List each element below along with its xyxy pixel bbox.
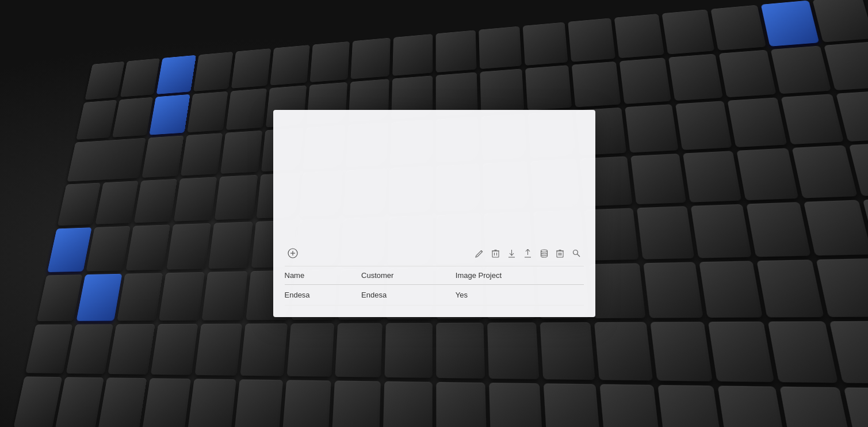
key	[522, 22, 568, 66]
key	[142, 135, 184, 178]
key	[181, 133, 223, 176]
key	[630, 154, 686, 204]
key	[816, 258, 868, 317]
key	[619, 58, 671, 104]
key	[589, 263, 645, 318]
key	[134, 179, 177, 223]
key	[480, 68, 524, 113]
key	[335, 323, 383, 377]
key	[220, 131, 262, 174]
key	[804, 200, 868, 256]
key	[708, 322, 774, 382]
key	[208, 222, 253, 269]
key	[661, 9, 714, 54]
svg-line-20	[577, 254, 580, 257]
key	[226, 89, 267, 130]
data-table: Name Customer Image Project Endesa Endes…	[285, 266, 584, 306]
key	[351, 37, 391, 79]
main-panel: Name Customer Image Project Endesa Endes…	[273, 110, 595, 317]
upload-icon[interactable]	[521, 246, 536, 261]
panel-spacer	[273, 110, 595, 241]
add-button[interactable]	[285, 245, 301, 261]
key	[543, 383, 601, 427]
key	[844, 387, 868, 427]
key	[117, 273, 163, 321]
key-caps	[67, 138, 146, 182]
key	[195, 323, 243, 375]
trash-icon[interactable]	[553, 246, 568, 261]
table-row[interactable]: Endesa Endesa Yes	[285, 285, 584, 306]
key	[540, 322, 595, 380]
key	[657, 385, 722, 427]
key	[637, 206, 694, 260]
key	[489, 383, 543, 427]
key	[310, 41, 350, 82]
key-blue	[47, 227, 91, 272]
key-blue	[156, 55, 196, 94]
key	[287, 323, 335, 377]
key	[215, 175, 258, 220]
key-blue	[761, 1, 820, 47]
key	[282, 380, 331, 427]
delete-icon[interactable]	[488, 246, 503, 261]
key	[599, 384, 660, 427]
key	[112, 97, 153, 138]
key	[120, 58, 160, 97]
key	[166, 223, 211, 270]
key	[393, 34, 433, 76]
svg-point-19	[573, 250, 578, 255]
key	[792, 145, 858, 198]
key	[756, 260, 824, 317]
key-blue	[149, 94, 190, 135]
key	[668, 54, 723, 101]
key	[37, 274, 83, 321]
edit-icon[interactable]	[472, 246, 487, 261]
col-header-image-project: Image Project	[456, 266, 584, 285]
table-header: Name Customer Image Project	[285, 266, 584, 285]
key	[202, 271, 248, 320]
key	[568, 18, 615, 62]
key	[768, 321, 838, 383]
key	[174, 177, 217, 221]
key	[699, 261, 763, 318]
key	[625, 104, 678, 152]
svg-rect-3	[492, 251, 499, 257]
key	[383, 382, 432, 427]
key	[746, 202, 810, 257]
key	[187, 92, 228, 133]
key	[525, 65, 572, 110]
key	[594, 322, 653, 381]
key	[159, 272, 205, 321]
key	[771, 45, 831, 94]
key	[675, 101, 732, 150]
key	[58, 183, 101, 226]
toolbar	[285, 241, 584, 266]
key	[13, 376, 62, 427]
key	[95, 181, 139, 224]
key	[736, 148, 798, 200]
key	[717, 386, 786, 427]
key	[479, 26, 522, 70]
key	[234, 379, 283, 427]
key	[193, 52, 233, 92]
key	[690, 204, 751, 258]
download-icon[interactable]	[504, 246, 519, 261]
key	[643, 262, 703, 318]
key	[86, 226, 131, 272]
key	[76, 100, 117, 140]
key	[66, 324, 113, 373]
table-container: Name Customer Image Project Endesa Endes…	[273, 241, 595, 317]
key	[487, 322, 539, 379]
header-row: Name Customer Image Project	[285, 266, 584, 285]
key	[240, 323, 288, 376]
key	[25, 325, 72, 373]
table-body: Endesa Endesa Yes	[285, 285, 584, 306]
key	[824, 41, 868, 90]
cell-image-project: Yes	[456, 285, 584, 306]
search-icon[interactable]	[569, 246, 584, 261]
key	[436, 382, 487, 427]
database-icon[interactable]	[537, 246, 552, 261]
col-header-name: Name	[285, 266, 362, 285]
key	[151, 324, 198, 375]
key	[650, 322, 712, 381]
